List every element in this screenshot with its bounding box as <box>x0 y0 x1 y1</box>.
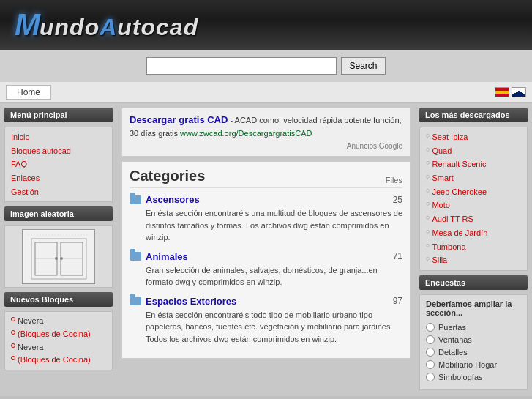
encuestas-question: Deberíamos ampliar la sección... <box>426 299 521 317</box>
category-row: Espacios Exteriores 97 <box>130 296 402 307</box>
category-desc-espacios: En ésta sección encontraréis todo tipo d… <box>130 309 402 346</box>
imagen-aleatoria-box <box>4 225 113 288</box>
nav-bar: Home <box>0 82 532 103</box>
encuesta-label-puertas: Puertas <box>438 323 466 332</box>
search-button[interactable]: Search <box>341 57 385 75</box>
categories-title: Categories <box>130 168 205 184</box>
category-link-animales[interactable]: Animales <box>146 251 188 262</box>
encuestas-title: Encuestas <box>419 275 528 290</box>
bullet-icon <box>11 317 15 321</box>
logo[interactable]: MundoAutocad <box>15 7 198 42</box>
category-link-espacios[interactable]: Espacios Exteriores <box>146 296 236 307</box>
flag-spain[interactable] <box>495 87 509 97</box>
bullet-icon <box>11 330 15 335</box>
nuevos-item-nevera1[interactable]: Nevera <box>18 315 43 328</box>
radio-button-puertas[interactable] <box>426 323 435 332</box>
category-count-espacios: 97 <box>393 296 402 306</box>
menu-item-faq[interactable]: FAQ <box>11 157 106 171</box>
header: MundoAutocad <box>0 0 532 50</box>
encuesta-option-puertas: Puertas <box>426 323 521 332</box>
category-desc-animales: Gran selección de animales, salvajes, do… <box>130 264 402 288</box>
radio-button-simbologias[interactable] <box>426 373 435 381</box>
category-count-animales: 71 <box>393 251 402 261</box>
descargado-tumbona[interactable]: Tumbona <box>432 240 465 254</box>
menu-item-inicio[interactable]: Inicio <box>11 130 106 144</box>
list-item: (Bloques de Cocina) <box>11 328 106 341</box>
center-content: Descargar gratis CAD - ACAD como, veloci… <box>117 103 415 396</box>
bullet-icon: ○ <box>426 255 430 262</box>
menu-principal-list: Inicio Bloques autocad FAQ Enlaces Gesti… <box>4 127 113 202</box>
list-item: ○Audi TT RS <box>426 212 521 226</box>
category-espacios: Espacios Exteriores 97 En ésta sección e… <box>130 296 402 346</box>
radio-button-mobiliario[interactable] <box>426 360 435 369</box>
logo-undo: undo <box>40 14 100 40</box>
nuevos-bloques-title: Nuevos Bloques <box>4 292 113 307</box>
encuesta-label-mobiliario: Mobiliario Hogar <box>438 360 497 369</box>
bullet-icon: ○ <box>426 200 430 207</box>
language-flags <box>495 87 526 97</box>
encuesta-option-detalles: Detalles <box>426 348 521 357</box>
main-layout: Menú principal Inicio Bloques autocad FA… <box>0 103 532 396</box>
category-animales: Animales 71 Gran selección de animales, … <box>130 251 402 288</box>
sketch-image <box>22 229 95 284</box>
menu-principal-title: Menú principal <box>4 108 113 122</box>
menu-item-bloques[interactable]: Bloques autocad <box>11 144 106 158</box>
category-row: Animales 71 <box>130 251 402 262</box>
list-item: ○Seat Ibiza <box>426 130 521 144</box>
descargado-jeep[interactable]: Jeep Cherokee <box>432 185 487 199</box>
list-item: Nevera <box>11 341 106 354</box>
descargado-silla[interactable]: Silla <box>432 253 447 267</box>
bullet-icon: ○ <box>426 187 430 194</box>
encuestas-box: Deberíamos ampliar la sección... Puertas… <box>419 294 528 390</box>
bullet-icon <box>11 356 15 360</box>
bullet-icon: ○ <box>426 242 430 249</box>
descargado-smart[interactable]: Smart <box>432 171 453 185</box>
descargado-moto[interactable]: Moto <box>432 198 449 212</box>
list-item: ○Tumbona <box>426 240 521 254</box>
descargado-renault[interactable]: Renault Scenic <box>432 157 486 171</box>
menu-item-enlaces[interactable]: Enlaces <box>11 171 106 185</box>
list-item: ○Renault Scenic <box>426 157 521 171</box>
svg-point-7 <box>60 257 63 260</box>
ad-box: Descargar gratis CAD - ACAD como, veloci… <box>121 108 411 157</box>
category-link-ascensores[interactable]: Ascensores <box>146 194 200 205</box>
bullet-icon: ○ <box>426 159 430 166</box>
descargado-quad[interactable]: Quad <box>432 144 452 158</box>
svg-point-6 <box>55 257 58 260</box>
nuevos-item-bloques2[interactable]: (Bloques de Cocina) <box>18 354 91 367</box>
ad-url[interactable]: www.zwcad.org/DescargargratisCAD <box>180 129 312 138</box>
bullet-icon: ○ <box>426 228 430 235</box>
ad-title-link[interactable]: Descargar gratis CAD <box>130 114 228 125</box>
category-count-ascensores: 25 <box>393 195 402 205</box>
bullet-icon: ○ <box>426 146 430 153</box>
ad-credits: Anuncios Google <box>130 141 402 152</box>
radio-button-detalles[interactable] <box>426 348 435 357</box>
bullet-icon: ○ <box>426 132 430 139</box>
list-item: ○Quad <box>426 144 521 158</box>
bullet-icon <box>11 343 15 348</box>
encuesta-label-detalles: Detalles <box>438 348 468 357</box>
flag-uk[interactable] <box>512 87 526 97</box>
menu-item-gestion[interactable]: Gestión <box>11 185 106 199</box>
bullet-icon: ○ <box>426 173 430 180</box>
list-item: Nevera <box>11 315 106 328</box>
left-sidebar: Menú principal Inicio Bloques autocad FA… <box>0 103 117 396</box>
search-input[interactable] <box>146 57 337 75</box>
list-item: ○Moto <box>426 198 521 212</box>
search-bar: Search <box>0 50 532 82</box>
logo-text: MundoAutocad <box>15 14 198 40</box>
nuevos-item-bloques1[interactable]: (Bloques de Cocina) <box>18 328 91 341</box>
category-ascensores: Ascensores 25 En ésta sección encontraré… <box>130 194 402 244</box>
list-item: ○Smart <box>426 171 521 185</box>
descargado-seat[interactable]: Seat Ibiza <box>432 130 468 144</box>
descargado-mesa[interactable]: Mesa de Jardín <box>432 226 487 240</box>
home-tab[interactable]: Home <box>6 85 51 100</box>
bullet-icon: ○ <box>426 214 430 221</box>
descargado-audi[interactable]: Audi TT RS <box>432 212 473 226</box>
folder-icon <box>130 252 141 261</box>
logo-m-letter: M <box>15 7 41 42</box>
nuevos-item-nevera2[interactable]: Nevera <box>18 341 43 354</box>
categories-header: Categories Files <box>130 168 402 188</box>
radio-button-ventanas[interactable] <box>426 335 435 344</box>
list-item: ○Mesa de Jardín <box>426 226 521 240</box>
